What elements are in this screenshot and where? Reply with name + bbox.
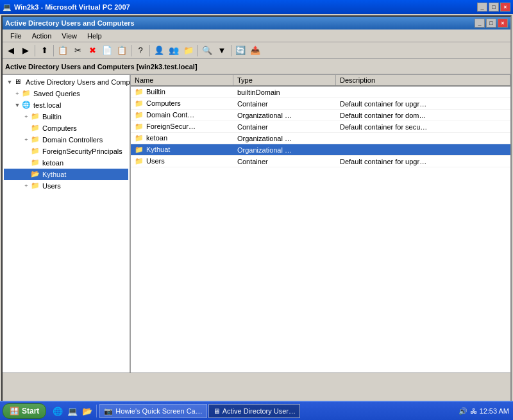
kythuat-expand [22, 170, 31, 179]
inner-minimize-button[interactable]: _ [475, 19, 485, 28]
forward-button[interactable]: ▶ [19, 44, 33, 58]
inner-close-button[interactable]: × [498, 19, 508, 28]
minimize-button[interactable]: _ [477, 3, 487, 12]
start-icon: 🪟 [10, 407, 19, 416]
tree-foreign-label: ForeignSecurityPrincipals [42, 147, 122, 155]
quick-desktop-button[interactable]: 💻 [66, 405, 79, 417]
dc-icon [31, 135, 41, 145]
menu-action[interactable]: Action [27, 31, 57, 41]
list-cell-type: Organizational … [233, 134, 336, 143]
tree-root-label: Active Directory Users and Comput [26, 78, 131, 86]
tree-item-domain-controllers[interactable]: + Domain Controllers [4, 134, 128, 146]
foreign-icon [31, 146, 41, 156]
export-button[interactable]: 📤 [248, 44, 262, 58]
new-group-button[interactable]: 👥 [167, 44, 181, 58]
users-icon [31, 181, 41, 191]
back-button[interactable]: ◀ [4, 44, 18, 58]
volume-icon: 🔊 [458, 407, 467, 416]
test-local-icon [22, 100, 32, 110]
list-cell-type: Organizational … [233, 111, 336, 120]
taskbar-item-ad-label: Active Directory User… [223, 407, 296, 415]
list-row[interactable]: 📁ketoanOrganizational … [131, 133, 510, 144]
inner-window-title: Active Directory Users and Computers [5, 19, 135, 27]
list-rows-container: 📁BuiltinbuiltinDomain📁ComputersContainer… [131, 87, 510, 167]
toolbar-separator-2 [53, 45, 54, 56]
tree-item-test-local[interactable]: ▼ test.local [4, 99, 128, 111]
list-row[interactable]: 📁UsersContainerDefault container for upg… [131, 156, 510, 167]
taskbar-item-ad-users[interactable]: 🖥 Active Directory User… [208, 404, 300, 418]
menu-view[interactable]: View [56, 31, 82, 41]
tree-users-label: Users [42, 182, 61, 190]
quick-ie-button[interactable]: 🌐 [51, 405, 64, 417]
tree-item-builtin[interactable]: + Builtin [4, 111, 128, 122]
list-cell-name: 📁Computers [131, 99, 233, 108]
maximize-button[interactable]: □ [489, 3, 499, 12]
filter-button[interactable]: ▼ [215, 44, 229, 58]
list-cell-desc: Default container for upgr… [336, 99, 510, 108]
start-label: Start [22, 407, 39, 416]
taskbar-items: 📷 Howie's Quick Screen Ca… 🖥 Active Dire… [99, 404, 451, 418]
list-row[interactable]: 📁BuiltinbuiltinDomain [131, 87, 510, 98]
tree-item-foreign-security[interactable]: ForeignSecurityPrincipals [4, 146, 128, 157]
window-title: Win2k3 - Microsoft Virtual PC 2007 [14, 3, 130, 11]
list-row[interactable]: 📁KythuatOrganizational … [131, 144, 510, 156]
tree-item-ketoan[interactable]: ketoan [4, 157, 128, 169]
help-button[interactable]: ? [133, 44, 147, 58]
quick-folder-button[interactable]: 📂 [81, 405, 94, 417]
copy-button[interactable]: 📋 [56, 44, 70, 58]
builtin-expand: + [22, 112, 31, 121]
computers-icon [31, 123, 41, 133]
list-cell-name: 📁Users [131, 156, 233, 166]
toolbar-separator-6 [231, 45, 231, 56]
taskbar-item-screen-capture[interactable]: 📷 Howie's Quick Screen Ca… [99, 404, 206, 418]
col-header-desc[interactable]: Description [336, 75, 510, 85]
tree-item-users[interactable]: + Users [4, 180, 128, 192]
users-expand: + [22, 181, 31, 190]
inner-title-buttons: _ □ × [475, 19, 508, 28]
inner-maximize-button[interactable]: □ [486, 19, 496, 28]
close-button[interactable]: × [500, 3, 510, 12]
delete-button[interactable]: ✖ [85, 44, 99, 58]
refresh-button[interactable]: 🔄 [233, 44, 248, 58]
title-bar-left: 💻 Win2k3 - Microsoft Virtual PC 2007 [3, 3, 130, 12]
menu-file[interactable]: File [5, 31, 27, 41]
taskbar-item-screen-icon: 📷 [104, 407, 113, 416]
col-header-type[interactable]: Type [233, 75, 336, 85]
dc-expand: + [22, 135, 31, 144]
tree-item-saved-queries[interactable]: + Saved Queries [4, 88, 128, 99]
list-cell-type: Organizational … [233, 146, 336, 155]
tree-item-computers[interactable]: Computers [4, 122, 128, 134]
find-button[interactable]: 🔍 [200, 44, 214, 58]
list-cell-desc: Default container for upgr… [336, 157, 510, 166]
title-bar: 💻 Win2k3 - Microsoft Virtual PC 2007 _ □… [0, 0, 513, 14]
inner-title-bar: Active Directory Users and Computers _ □… [3, 17, 510, 29]
clock: 12:53 AM [480, 407, 509, 415]
paste-button[interactable]: 📋 [115, 44, 129, 58]
tree-kythuat-label: Kythuat [42, 171, 66, 178]
tree-ketoan-label: ketoan [42, 159, 63, 167]
tree-item-kythuat[interactable]: Kythuat [4, 169, 128, 180]
toolbar-separator-5 [198, 45, 198, 56]
taskbar-tray: 🔊 🖧 12:53 AM [455, 407, 513, 416]
list-row[interactable]: 📁ForeignSecur…ContainerDefault container… [131, 121, 510, 133]
builtin-icon [31, 112, 41, 122]
tree-root[interactable]: ▼ Active Directory Users and Comput [4, 76, 128, 88]
ketoan-expand [22, 158, 31, 167]
menu-help[interactable]: Help [82, 31, 107, 41]
list-row[interactable]: 📁ComputersContainerDefault container for… [131, 98, 510, 110]
list-row[interactable]: 📁Domain Cont…Organizational …Default con… [131, 110, 510, 121]
up-button[interactable]: ⬆ [37, 44, 51, 58]
new-user-button[interactable]: 👤 [152, 44, 166, 58]
properties-button[interactable]: 📄 [100, 44, 114, 58]
new-ou-button[interactable]: 📁 [181, 44, 196, 58]
list-cell-desc: Default container for dom… [336, 111, 510, 120]
list-cell-name: 📁ketoan [131, 133, 233, 143]
saved-queries-icon [22, 88, 32, 99]
toolbar-separator-3 [131, 45, 131, 56]
root-icon [14, 77, 24, 87]
taskbar: 🪟 Start 🌐 💻 📂 📷 Howie's Quick Screen Ca…… [0, 401, 513, 420]
cut-button[interactable]: ✂ [71, 44, 85, 58]
list-cell-type: Container [233, 157, 336, 166]
col-header-name[interactable]: Name [131, 75, 233, 85]
start-button[interactable]: 🪟 Start [3, 403, 46, 419]
